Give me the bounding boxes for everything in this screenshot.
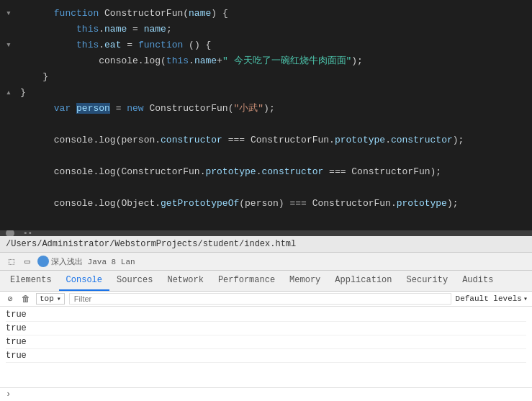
tab-elements[interactable]: Elements <box>3 271 59 291</box>
filter-input[interactable] <box>69 293 451 305</box>
fold-icon-3: ▴ <box>6 85 17 101</box>
devtools-tabs: Elements Console Sources Network Perform… <box>0 271 532 292</box>
code-line-7: var person = new ConstructorFun("小武"); <box>0 101 532 117</box>
chevron-down-icon: ▾ <box>57 294 61 303</box>
url-text: /Users/Administrator/WebstormProjects/st… <box>6 239 296 249</box>
code-line-11: console.log(ConstructorFun.prototype.con… <box>0 164 532 180</box>
device-icon[interactable]: ▭ <box>22 256 33 267</box>
tab-memory[interactable]: Memory <box>282 271 328 291</box>
console-output-line-1: true <box>6 308 526 322</box>
console-content: ⊘ 🗑 top ▾ Default levels ▾ true true tru… <box>0 292 532 401</box>
code-editor: ▾ function ConstructorFun(name) { this.n… <box>0 0 532 230</box>
default-levels-dropdown[interactable]: Default levels ▾ <box>456 294 528 303</box>
clear-icon[interactable]: 🗑 <box>20 293 32 305</box>
prohibit-icon[interactable]: ⊘ <box>4 293 16 305</box>
code-line-5: } <box>0 69 532 85</box>
java-badge: 深入浅出 Java 8 Lan <box>37 256 135 267</box>
code-line-13: console.log(Object.getPrototypeOf(person… <box>0 196 532 212</box>
inspect-icon[interactable]: ⬚ <box>6 256 17 267</box>
tab-network[interactable]: Network <box>160 271 210 291</box>
code-line-9: console.log(person.constructor === Const… <box>0 132 532 148</box>
tab-application[interactable]: Application <box>328 271 399 291</box>
fold-icon: ▾ <box>6 6 17 22</box>
java-icon <box>37 256 49 267</box>
console-output-line-2: true <box>6 322 526 335</box>
context-select[interactable]: top ▾ <box>36 293 65 305</box>
context-label: top <box>40 294 54 303</box>
devtools-toolbar: ⬚ ▭ 深入浅出 Java 8 Lan <box>0 253 532 271</box>
code-text: console.log(person instanceof Constructo… <box>20 212 526 230</box>
tab-security[interactable]: Security <box>400 271 456 291</box>
devtools-separator: ▪▪ <box>0 230 532 236</box>
default-levels-label: Default levels <box>456 294 522 303</box>
tab-audits[interactable]: Audits <box>455 271 500 291</box>
console-output-line-3: true <box>6 335 526 349</box>
console-toolbar: ⊘ 🗑 top ▾ Default levels ▾ <box>0 292 532 307</box>
code-line-15: console.log(person instanceof Constructo… <box>0 227 532 230</box>
java-text: 深入浅出 Java 8 Lan <box>51 256 135 267</box>
fold-icon-2: ▾ <box>6 37 17 53</box>
console-output-line-4: true <box>6 349 526 363</box>
devtools-panel: /Users/Administrator/WebstormProjects/st… <box>0 236 532 401</box>
tab-performance[interactable]: Performance <box>211 271 282 291</box>
console-input-line[interactable]: › <box>0 387 532 401</box>
tab-sources[interactable]: Sources <box>109 271 160 291</box>
prompt-icon: › <box>6 389 11 400</box>
devtools-url-bar: /Users/Administrator/WebstormProjects/st… <box>0 236 532 253</box>
code-line-4: console.log(this.name+" 今天吃了一碗红烧牛肉面面"); <box>0 53 532 69</box>
chevron-down-icon-2: ▾ <box>523 294 528 303</box>
code-text: } <box>20 69 526 85</box>
console-output: true true true true <box>0 307 532 387</box>
tab-console[interactable]: Console <box>59 271 109 291</box>
